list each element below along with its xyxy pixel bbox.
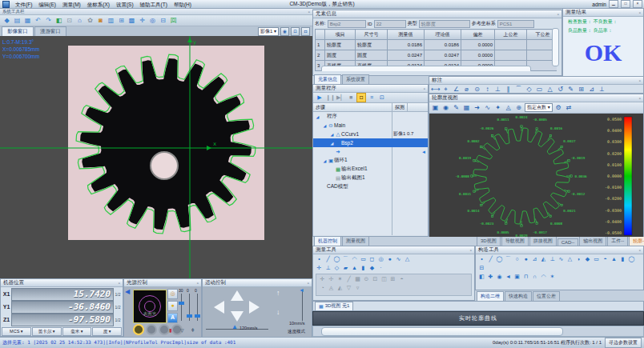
- layout-icon[interactable]: ⊟: [159, 16, 167, 25]
- tree-node-输出截图1[interactable]: ▤输出截图1: [313, 174, 428, 182]
- measure-tool-b6-icon[interactable]: ▮: [360, 264, 367, 271]
- construct-tool-a15-icon[interactable]: ◓: [602, 255, 609, 262]
- construct-tool-a8-icon[interactable]: ◭: [540, 255, 547, 262]
- auto-light-button[interactable]: A: [167, 313, 178, 323]
- measure-tool-b3-icon[interactable]: ◇: [333, 264, 340, 271]
- measure-extra-b4-icon[interactable]: ▽: [345, 284, 352, 291]
- light-mode-1[interactable]: [133, 324, 144, 335]
- construct-tool-a7-icon[interactable]: ⊿: [531, 255, 538, 262]
- construct-tool-a11-icon[interactable]: △: [566, 255, 574, 262]
- machine-pin-icon[interactable]: ▫: [119, 281, 120, 286]
- profile-right-1-icon[interactable]: ⚙: [554, 104, 563, 112]
- light-prev-icon[interactable]: ◀: [125, 289, 130, 295]
- report-icon[interactable]: ▥: [107, 16, 115, 25]
- lock-button[interactable]: ◘: [356, 93, 366, 102]
- measure-tool-a4-icon[interactable]: ⌒: [342, 255, 349, 262]
- camera-tab-2[interactable]: 漫游窗口: [34, 26, 66, 36]
- maximize-button[interactable]: □: [621, 0, 630, 8]
- tree-expander-icon[interactable]: ◢: [315, 114, 320, 119]
- realtime-curve-band[interactable]: 实时轮廓曲线: [312, 311, 644, 326]
- col-header-6[interactable]: 偏差: [461, 30, 495, 40]
- tab-快速构造[interactable]: 快速构造: [505, 291, 532, 301]
- construct-tool-a10-icon[interactable]: ∿: [557, 255, 565, 262]
- power-icon[interactable]: ϕ: [191, 327, 194, 332]
- profile-tool-8-icon[interactable]: ◬: [504, 104, 513, 112]
- annotation-tool-15-icon[interactable]: ⊞: [577, 86, 586, 94]
- bottom-hscrollbar[interactable]: [312, 326, 644, 337]
- tab-机器控制[interactable]: 机器控制: [314, 236, 341, 246]
- col-header-1[interactable]: [316, 30, 325, 40]
- annotation-tool-3-icon[interactable]: ∠: [452, 86, 461, 94]
- measure-tool-b8-icon[interactable]: ·: [377, 264, 384, 271]
- light-slider-thumb-1[interactable]: [179, 302, 184, 305]
- field-value-1[interactable]: Bsp2: [328, 20, 366, 28]
- point-mode-select[interactable]: 指定点数 ▾: [525, 103, 553, 112]
- profile-tool-7-icon[interactable]: ✦: [493, 104, 502, 112]
- measure-extra-a4-icon[interactable]: ╱: [345, 275, 352, 282]
- construct-tool-b7-icon[interactable]: ∩: [531, 273, 538, 280]
- annotation-tool-1-icon[interactable]: ⟷: [431, 86, 440, 94]
- target-icon[interactable]: ◎: [148, 16, 157, 25]
- measure-tool-a2-icon[interactable]: ╱: [324, 255, 332, 262]
- light-mode-3[interactable]: [159, 324, 170, 335]
- measure-extra-a3-icon[interactable]: ✶: [336, 275, 344, 282]
- camera-lock-button[interactable]: ◘: [301, 27, 310, 36]
- construct-tool-a17-icon[interactable]: ▮: [619, 255, 626, 262]
- z-speed-slider-track[interactable]: [302, 290, 303, 321]
- measure-tool-b2-icon[interactable]: ⊥: [324, 264, 332, 271]
- light-mode-2[interactable]: [146, 324, 157, 335]
- jog-right-button[interactable]: [249, 301, 260, 314]
- measure-tool-a10-icon[interactable]: ∿: [395, 255, 402, 262]
- dock-tab-拼接视图[interactable]: 拼接视图: [529, 237, 557, 246]
- jog-left-button[interactable]: [214, 301, 224, 314]
- table-icon[interactable]: ⊞: [117, 16, 126, 25]
- menu-3[interactable]: 测量(M): [59, 2, 84, 7]
- construct-tool-a14-icon[interactable]: ▭: [593, 255, 600, 262]
- construct-tool-a5-icon[interactable]: ○: [513, 255, 521, 262]
- measure-tools-pin-icon[interactable]: ▫: [470, 248, 472, 253]
- tree-expander-icon[interactable]: ◢: [322, 158, 328, 163]
- annotation-tool-4-icon[interactable]: ⌀: [462, 86, 471, 94]
- axis-side-toggle[interactable]: 1/2: [114, 292, 122, 297]
- construct-tool-b1-icon[interactable]: ◧: [478, 273, 485, 280]
- jog-up-button[interactable]: [231, 290, 244, 301]
- annotation-tool-6-icon[interactable]: ↕: [483, 86, 492, 94]
- annotation-tool-7-icon[interactable]: ⊥: [493, 86, 502, 94]
- construct-tool-b8-icon[interactable]: ◠: [540, 273, 547, 280]
- profile-tool-2-icon[interactable]: ◉: [441, 104, 450, 112]
- tab-系统设置[interactable]: 系统设置: [342, 74, 369, 84]
- video-channel-select[interactable]: 影像1 ▾: [258, 27, 279, 36]
- profile-tool-5-icon[interactable]: ➜: [473, 104, 481, 112]
- zoom-fit-icon[interactable]: ⊡: [65, 16, 74, 25]
- profile-tool-6-icon[interactable]: ∿: [483, 104, 492, 112]
- camera-tab-1[interactable]: 影像窗口: [2, 26, 34, 36]
- measure-tool-a9-icon[interactable]: ●: [386, 255, 393, 262]
- dock-tab-轮廓--[interactable]: 轮廓--: [629, 237, 644, 246]
- annotation-tool-12-icon[interactable]: △: [545, 86, 554, 94]
- tree-node-输出Excel1[interactable]: ▦输出Excel1: [313, 165, 428, 174]
- funnel-icon[interactable]: ▽: [180, 327, 184, 333]
- coord-select-3[interactable]: 毫米 ▾: [62, 327, 92, 336]
- tree-node-Bsp2[interactable]: ◢⊙Bsp2: [313, 138, 428, 147]
- coord-select-2[interactable]: 笛卡尔 ▾: [32, 327, 62, 336]
- z-speed-slider-thumb[interactable]: ◄: [299, 287, 304, 293]
- dock-tab-工件--[interactable]: 工件--: [607, 237, 628, 246]
- camera-icon[interactable]: ◙: [96, 16, 105, 25]
- measure-tool-a11-icon[interactable]: △: [404, 255, 411, 262]
- profile-plot[interactable]: 0.0036-0.00120.00210.0008-0.00170.00290.…: [429, 114, 643, 238]
- edge-param-button[interactable]: 寻边参数设置: [605, 338, 642, 348]
- bulb-icon[interactable]: ●: [167, 301, 178, 311]
- speed-slider-thumb[interactable]: ▲: [231, 323, 238, 330]
- calibration-icon[interactable]: ◧: [54, 16, 63, 25]
- menu-7[interactable]: 帮助(H): [171, 2, 195, 7]
- tab-位置公差[interactable]: 位置公差: [533, 291, 560, 301]
- profile-tool-1-icon[interactable]: ▣: [431, 104, 440, 112]
- construct-tool-b2-icon[interactable]: ✚: [487, 273, 494, 280]
- construct-tool-a4-icon[interactable]: ⌒: [505, 255, 512, 262]
- tree-expander-icon[interactable]: ◢: [329, 132, 335, 137]
- stop-button[interactable]: ■: [346, 93, 356, 102]
- annotation-tool-5-icon[interactable]: ⊙: [473, 86, 481, 94]
- construct-tool-a1-icon[interactable]: •: [478, 255, 485, 262]
- measure-tool-b4-icon[interactable]: ▰: [342, 264, 349, 271]
- construct-tool-a16-icon[interactable]: ▲: [610, 255, 618, 262]
